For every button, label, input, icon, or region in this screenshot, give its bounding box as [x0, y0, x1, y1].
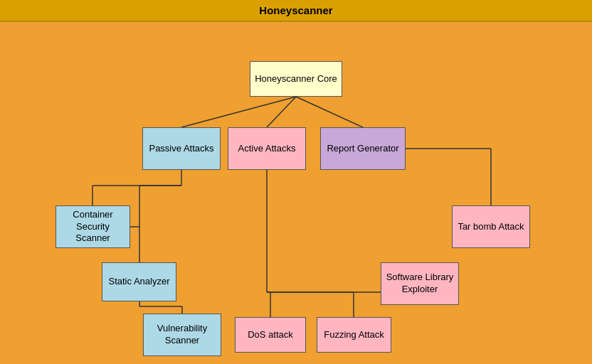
- svg-line-0: [181, 97, 296, 127]
- node-vuln: Vulnerability Scanner: [143, 314, 221, 356]
- app-title: Honeyscanner: [259, 4, 332, 16]
- node-active: Active Attacks: [228, 127, 306, 170]
- node-report: Report Generator: [320, 127, 406, 170]
- node-software: Software Library Exploiter: [381, 262, 459, 305]
- node-tar: Tar bomb Attack: [452, 205, 530, 248]
- node-dos: DoS attack: [235, 317, 306, 353]
- node-fuzzing: Fuzzing Attack: [317, 317, 391, 353]
- svg-line-1: [267, 97, 296, 127]
- svg-line-2: [296, 97, 363, 127]
- node-container: Container Security Scanner: [56, 205, 130, 248]
- diagram-area: Honeyscanner Core Passive Attacks Active…: [0, 22, 592, 364]
- node-passive: Passive Attacks: [142, 127, 221, 170]
- node-static: Static Analyzer: [102, 262, 176, 301]
- title-bar: Honeyscanner: [0, 0, 592, 22]
- node-core: Honeyscanner Core: [250, 61, 342, 97]
